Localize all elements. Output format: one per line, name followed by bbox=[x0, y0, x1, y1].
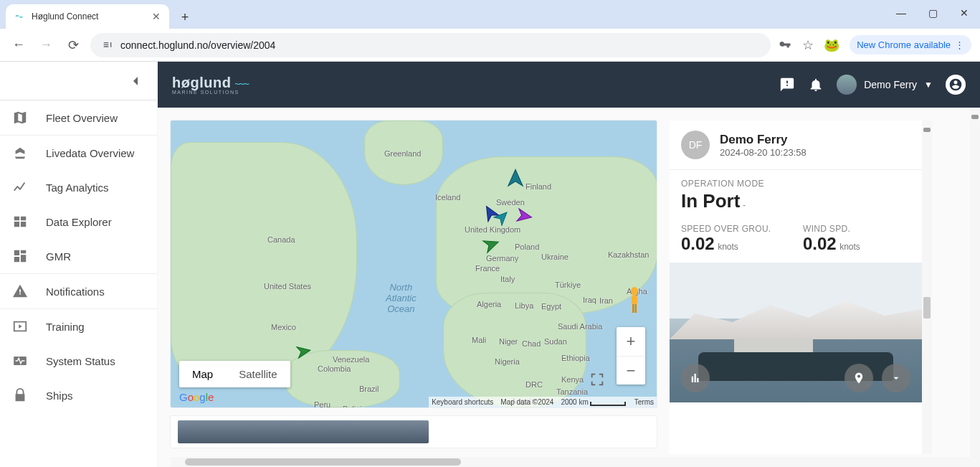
chart-icon bbox=[11, 179, 29, 195]
sidebar-item-ships[interactable]: Ships bbox=[0, 378, 157, 412]
svg-rect-4 bbox=[635, 304, 637, 313]
map-type-satellite-button[interactable]: Satellite bbox=[226, 361, 290, 387]
vessel-name: Demo Ferry bbox=[720, 133, 807, 147]
map-icon bbox=[11, 110, 29, 126]
secondary-card[interactable] bbox=[171, 416, 657, 448]
lock-icon bbox=[11, 387, 29, 403]
op-mode-value: In Port- bbox=[681, 190, 910, 212]
map-country-label: Chad bbox=[522, 339, 541, 348]
sidebar-collapse-button[interactable] bbox=[133, 76, 140, 86]
map-country-label: Kenya bbox=[561, 375, 584, 384]
browser-chrome: Høglund Connect ✕ + — ▢ ✕ ← → ⟳ connect.… bbox=[0, 0, 980, 62]
sidebar: Fleet Overview Livedata Overview Tag Ana… bbox=[0, 62, 158, 467]
sidebar-item-livedata-overview[interactable]: Livedata Overview bbox=[0, 136, 157, 170]
play-icon bbox=[11, 319, 29, 334]
keyboard-shortcuts-link[interactable]: Keyboard shortcuts bbox=[432, 398, 493, 406]
url-input[interactable]: connect.hoglund.no/overview/2004 bbox=[90, 33, 771, 57]
tab-close-icon[interactable]: ✕ bbox=[152, 11, 161, 22]
map-country-label: United Kingdom bbox=[465, 225, 520, 234]
map-country-label: Ukraine bbox=[541, 253, 569, 261]
map-country-label: France bbox=[475, 264, 500, 273]
op-mode-label: OPERATION MODE bbox=[681, 179, 910, 189]
browser-tab[interactable]: Høglund Connect ✕ bbox=[6, 4, 169, 29]
secondary-thumbnail bbox=[178, 420, 429, 443]
map-country-label: DRC bbox=[525, 380, 543, 389]
map-country-label: Egypt bbox=[541, 302, 561, 311]
sidebar-item-data-explorer[interactable]: Data Explorer bbox=[0, 204, 157, 239]
map-country-label: Mexico bbox=[271, 323, 296, 331]
user-avatar-icon bbox=[837, 75, 857, 95]
map-country-label: Libya bbox=[515, 301, 533, 310]
ship-icon bbox=[11, 145, 29, 161]
nav-forward-button[interactable]: → bbox=[36, 35, 56, 55]
vessel-photo bbox=[670, 263, 922, 402]
map-country-label: Iraq bbox=[583, 296, 596, 304]
sidebar-item-training[interactable]: Training bbox=[0, 309, 157, 344]
main-area: høglund ~~~ MARINE SOLUTIONS Demo Ferry … bbox=[158, 62, 980, 467]
detail-scrollbar[interactable] bbox=[922, 121, 932, 454]
vessel-avatar: DF bbox=[681, 131, 710, 159]
zoom-out-button[interactable]: − bbox=[617, 356, 645, 385]
bookmark-star-icon[interactable]: ☆ bbox=[802, 37, 814, 53]
map[interactable]: NorthAtlanticOcean GreenlandIcelandFinla… bbox=[171, 121, 657, 407]
site-settings-icon bbox=[102, 39, 113, 51]
new-chrome-button[interactable]: New Chrome available ⋮ bbox=[850, 35, 971, 55]
map-country-label: Ethiopia bbox=[561, 354, 590, 362]
sidebar-item-gmr[interactable]: GMR bbox=[0, 239, 157, 273]
map-country-label: Algeria bbox=[477, 300, 501, 308]
bell-icon[interactable] bbox=[808, 77, 824, 93]
window-close-button[interactable]: ✕ bbox=[956, 7, 973, 19]
extension-frog-icon[interactable]: 🐸 bbox=[824, 37, 839, 53]
sidebar-item-system-status[interactable]: System Status bbox=[0, 344, 157, 378]
menu-dots-icon: ⋮ bbox=[955, 39, 964, 50]
expand-fab-button[interactable] bbox=[882, 364, 910, 392]
map-country-label: Venezuela bbox=[333, 355, 369, 364]
announcement-icon[interactable] bbox=[779, 77, 795, 93]
map-country-label: Kazakhstan bbox=[608, 250, 649, 259]
streetview-pegman[interactable] bbox=[624, 286, 645, 314]
nav-back-button[interactable]: ← bbox=[9, 35, 29, 55]
map-country-label: Poland bbox=[515, 242, 539, 251]
user-menu[interactable]: Demo Ferry ▼ bbox=[837, 75, 933, 95]
map-country-label: Finland bbox=[525, 182, 551, 191]
map-country-label: Türkiye bbox=[555, 280, 581, 289]
zoom-control: + − bbox=[617, 327, 645, 385]
account-circle-icon[interactable] bbox=[946, 75, 966, 95]
topbar: høglund ~~~ MARINE SOLUTIONS Demo Ferry … bbox=[158, 62, 980, 108]
sidebar-item-notifications[interactable]: Notifications bbox=[0, 274, 157, 308]
sidebar-item-tag-analytics[interactable]: Tag Analytics bbox=[0, 170, 157, 204]
map-type-toggle: Map Satellite bbox=[179, 361, 290, 387]
zoom-in-button[interactable]: + bbox=[617, 327, 645, 356]
url-text: connect.hoglund.no/overview/2004 bbox=[120, 39, 275, 51]
new-tab-button[interactable]: + bbox=[175, 7, 195, 27]
map-type-map-button[interactable]: Map bbox=[179, 361, 226, 387]
detail-panel: DF Demo Ferry 2024-08-20 10:23:58 OPERAT… bbox=[670, 121, 922, 454]
dashboard-icon bbox=[11, 248, 29, 264]
vessel-timestamp: 2024-08-20 10:23:58 bbox=[720, 147, 807, 158]
map-country-label: Germany bbox=[486, 254, 518, 263]
nav-reload-button[interactable]: ⟳ bbox=[63, 35, 83, 55]
map-country-label: Brazil bbox=[359, 385, 379, 393]
map-country-label: Mali bbox=[472, 336, 486, 344]
metric-wind: WIND SPD. 0.02 knots bbox=[803, 224, 910, 254]
location-fab-button[interactable] bbox=[845, 364, 873, 392]
fullscreen-button[interactable] bbox=[586, 369, 608, 390]
password-key-icon[interactable] bbox=[778, 38, 792, 52]
sidebar-item-fleet-overview[interactable]: Fleet Overview bbox=[0, 100, 157, 135]
window-maximize-button[interactable]: ▢ bbox=[924, 7, 941, 19]
map-attribution: Keyboard shortcuts Map data ©2024 2000 k… bbox=[429, 397, 657, 407]
map-country-label: Iceland bbox=[435, 193, 460, 202]
map-country-label: Italy bbox=[500, 275, 515, 283]
metric-speed: SPEED OVER GROU. 0.02 knots bbox=[681, 224, 789, 254]
chevron-down-icon: ▼ bbox=[924, 80, 933, 90]
address-bar: ← → ⟳ connect.hoglund.no/overview/2004 ☆… bbox=[0, 29, 980, 62]
map-country-label: Tanzania bbox=[556, 387, 588, 396]
window-minimize-button[interactable]: — bbox=[893, 7, 910, 19]
content-scrollbar-vertical[interactable] bbox=[970, 108, 980, 467]
content-scrollbar-horizontal[interactable] bbox=[171, 457, 970, 467]
svg-rect-3 bbox=[632, 304, 634, 313]
terms-link[interactable]: Terms bbox=[634, 398, 654, 406]
logo[interactable]: høglund ~~~ MARINE SOLUTIONS bbox=[172, 75, 248, 95]
stats-fab-button[interactable] bbox=[681, 364, 710, 392]
table-icon bbox=[11, 214, 29, 230]
